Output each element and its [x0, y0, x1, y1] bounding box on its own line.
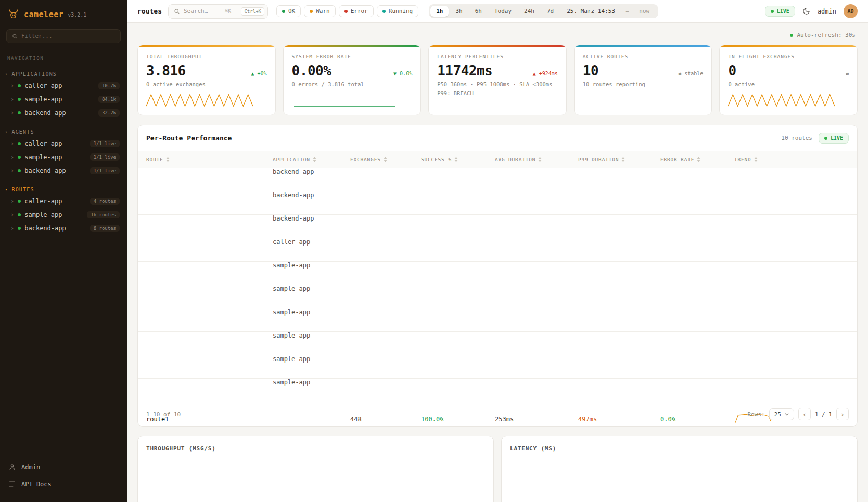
column-header-application[interactable]: APPLICATION	[273, 151, 350, 168]
sidebar-item-agents-caller-app[interactable]: › caller-app 1/1 live	[0, 137, 127, 150]
column-header-error-rate[interactable]: ERROR RATE	[660, 151, 734, 168]
chevron-right-icon: ›	[10, 154, 14, 160]
prev-page-button[interactable]: ‹	[798, 408, 811, 420]
latency-chart-panel: LATENCY (MS)	[501, 436, 858, 502]
table-row-route3[interactable]: route3 backend-app 448 100.0% 253ms 498m…	[138, 215, 857, 238]
panel-header: Per-Route Performance 10 routes LIVE	[138, 125, 857, 151]
range-button-24h[interactable]: 24h	[518, 6, 540, 17]
sidebar-item-admin[interactable]: Admin	[0, 458, 127, 475]
count-badge: 1/1 live	[90, 153, 120, 161]
logo[interactable]: cameleer v3.2.1	[0, 0, 127, 27]
sidebar-item-routes-sample-app[interactable]: › sample-app 16 routes	[0, 208, 127, 222]
card-delta: ▲ +924ms	[533, 71, 558, 76]
column-header-trend[interactable]: TREND	[734, 151, 857, 168]
sidebar-item-label: caller-app	[24, 198, 62, 205]
range-button-1h[interactable]: 1h	[430, 6, 449, 17]
table-row-route1[interactable]: route1 backend-app 448 100.0% 253ms 497m…	[138, 168, 857, 191]
section-header-applications[interactable]: ▾APPLICATIONS	[0, 69, 127, 79]
chevron-right-icon: ›	[10, 140, 14, 147]
rows-per-page-select[interactable]: 25	[769, 408, 794, 420]
range-button-7d[interactable]: 7d	[541, 6, 559, 17]
table-row-error-handling-test[interactable]: error-handling-test sample-app 239 100.0…	[138, 332, 857, 355]
table-row-timer-heartbeat[interactable]: timer-heartbeat sample-app 716 100.0% 50…	[138, 379, 857, 402]
card-label: LATENCY PERCENTILES	[437, 54, 558, 59]
theme-toggle-button[interactable]	[802, 7, 810, 15]
status-dot	[18, 84, 21, 87]
nav-section-routes: ▾ROUTES › caller-app 4 routes › sample-a…	[0, 185, 127, 235]
search-shortcut-hint: ⌘K	[225, 8, 231, 14]
table-row-data-gen-orders[interactable]: data-gen-orders sample-app 358 100.0% 14…	[138, 308, 857, 332]
global-search[interactable]: ⌘K Ctrl+K	[168, 4, 268, 19]
sidebar-item-label: sample-app	[24, 153, 62, 161]
column-header-success[interactable]: SUCCESS %	[421, 151, 495, 168]
card-delta: ⇄ stable	[678, 71, 703, 76]
datetime-display[interactable]: 25. März 14:53 — now	[559, 8, 657, 15]
table-row-data-gen-files[interactable]: data-gen-files sample-app 256 100.0% 1ms…	[138, 262, 857, 285]
sort-icon	[166, 157, 170, 162]
sidebar-item-label: caller-app	[24, 82, 62, 89]
next-page-button[interactable]: ›	[836, 408, 849, 420]
card-label: SYSTEM ERROR RATE	[292, 54, 413, 59]
card-value: 0.00%	[292, 63, 331, 79]
search-icon	[174, 8, 180, 15]
topbar-right: LIVE admin AD	[765, 4, 858, 18]
column-header-p99-duration[interactable]: P99 DURATION	[578, 151, 660, 168]
range-button-today[interactable]: Today	[489, 6, 517, 17]
status-filter-chips: OK Warn Error Running	[276, 5, 418, 17]
sidebar-item-applications-caller-app[interactable]: › caller-app 10.7k	[0, 79, 127, 93]
sidebar-item-applications-sample-app[interactable]: › sample-app 84.1k	[0, 93, 127, 106]
sidebar-item-applications-backend-app[interactable]: › backend-app 32.2k	[0, 106, 127, 120]
nav-section-agents: ▾AGENTS › caller-app 1/1 live › sample-a…	[0, 127, 127, 177]
status-dot	[18, 156, 21, 159]
flat-sparkline	[292, 92, 399, 109]
table-row-file-processing[interactable]: file-processing sample-app 256 100.0% 50…	[138, 355, 857, 379]
filter-input[interactable]	[21, 33, 115, 40]
range-buttons: 1h 3h 6h Today 24h 7d	[430, 6, 559, 17]
card-value: 11742ms	[437, 63, 492, 79]
table-row-product-caller[interactable]: product-caller caller-app 448 100.0% 768…	[138, 238, 857, 262]
page-indicator: 1 / 1	[815, 411, 832, 418]
column-header-route[interactable]: ROUTE	[146, 151, 273, 168]
chart-title: LATENCY (MS)	[502, 436, 857, 461]
filter-chip-warn[interactable]: Warn	[304, 5, 336, 17]
search-input[interactable]	[184, 8, 221, 15]
panel-title: Per-Route Performance	[146, 134, 232, 142]
section-header-routes[interactable]: ▾ROUTES	[0, 185, 127, 195]
chart-title: THROUGHPUT (MSG/S)	[138, 436, 493, 461]
sidebar-item-api-docs[interactable]: API Docs	[0, 475, 127, 493]
cameleer-logo-icon	[7, 8, 20, 21]
table-header-row: ROUTE APPLICATION EXCHANGES SUCCESS % AV…	[138, 151, 857, 168]
sidebar: cameleer v3.2.1 NAVIGATION ▾APPLICATIONS…	[0, 0, 127, 502]
status-dot	[382, 10, 386, 13]
filter-chip-running[interactable]: Running	[377, 5, 418, 17]
filter-chip-ok[interactable]: OK	[276, 5, 301, 17]
sidebar-item-routes-backend-app[interactable]: › backend-app 6 routes	[0, 222, 127, 235]
live-dot	[771, 10, 774, 13]
caret-down-icon: ▾	[5, 130, 8, 134]
table-row-route2[interactable]: route2 backend-app 448 100.0% 257ms 500m…	[138, 191, 857, 215]
range-button-3h[interactable]: 3h	[450, 6, 468, 17]
sidebar-item-agents-backend-app[interactable]: › backend-app 1/1 live	[0, 164, 127, 177]
column-header-avg-duration[interactable]: AVG DURATION	[495, 151, 578, 168]
sidebar-item-routes-caller-app[interactable]: › caller-app 4 routes	[0, 195, 127, 208]
count-badge: 1/1 live	[90, 140, 120, 147]
throughput-chart-panel: THROUGHPUT (MSG/S)	[137, 436, 494, 502]
card-accent-bar	[429, 45, 566, 47]
filter-chip-error[interactable]: Error	[339, 5, 374, 17]
card-label: IN-FLIGHT EXCHANGES	[728, 54, 849, 59]
page-title: routes	[137, 7, 162, 15]
section-header-agents[interactable]: ▾AGENTS	[0, 127, 127, 137]
avatar[interactable]: AD	[844, 4, 858, 18]
card-subtext: 10 routes reporting	[583, 81, 704, 87]
range-button-6h[interactable]: 6h	[469, 6, 488, 17]
sidebar-filter[interactable]	[6, 29, 121, 43]
footer-item-label: API Docs	[21, 481, 52, 488]
column-header-exchanges[interactable]: EXCHANGES	[350, 151, 421, 168]
table-row-data-gen-nested-split[interactable]: data-gen-nested-split sample-app 199 100…	[138, 285, 857, 308]
count-badge: 32.2k	[98, 109, 120, 117]
chevron-right-icon: ›	[10, 110, 14, 116]
sidebar-item-agents-sample-app[interactable]: › sample-app 1/1 live	[0, 150, 127, 164]
count-badge: 16 routes	[87, 211, 120, 218]
search-icon	[12, 33, 18, 40]
row-range-label: 1–10 of 10	[146, 411, 181, 418]
